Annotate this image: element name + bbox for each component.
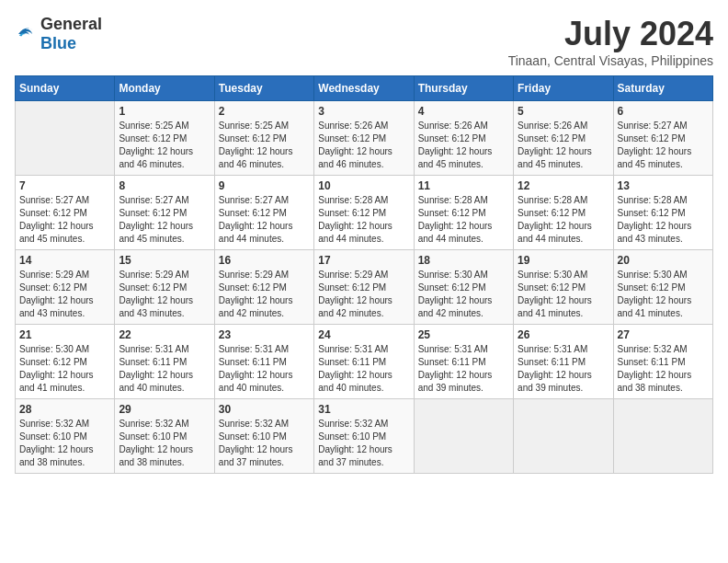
logo-icon [15,23,37,45]
day-info: Sunrise: 5:27 AMSunset: 6:12 PMDaylight:… [618,120,709,171]
day-info: Sunrise: 5:31 AMSunset: 6:11 PMDaylight:… [418,343,509,395]
day-info: Sunrise: 5:30 AMSunset: 6:12 PMDaylight:… [418,269,509,320]
header: General Blue July 2024 Tinaan, Central V… [15,15,713,68]
calendar-cell: 31Sunrise: 5:32 AMSunset: 6:10 PMDayligh… [314,399,414,474]
day-info: Sunrise: 5:25 AMSunset: 6:12 PMDaylight:… [119,120,210,171]
day-info: Sunrise: 5:31 AMSunset: 6:11 PMDaylight:… [518,343,609,395]
day-number: 6 [618,105,709,118]
calendar-cell: 14Sunrise: 5:29 AMSunset: 6:12 PMDayligh… [16,250,115,325]
calendar-cell: 29Sunrise: 5:32 AMSunset: 6:10 PMDayligh… [115,399,214,474]
day-number: 20 [618,254,709,267]
day-info: Sunrise: 5:29 AMSunset: 6:12 PMDaylight:… [219,269,310,320]
day-header-sunday: Sunday [16,76,115,101]
calendar-cell: 21Sunrise: 5:30 AMSunset: 6:12 PMDayligh… [16,325,115,399]
title-area: July 2024 Tinaan, Central Visayas, Phili… [508,15,713,68]
day-header-tuesday: Tuesday [214,76,313,101]
day-info: Sunrise: 5:28 AMSunset: 6:12 PMDaylight:… [418,194,509,246]
calendar-cell: 20Sunrise: 5:30 AMSunset: 6:12 PMDayligh… [613,250,712,325]
day-number: 1 [119,105,210,118]
calendar-cell: 28Sunrise: 5:32 AMSunset: 6:10 PMDayligh… [16,399,115,474]
day-info: Sunrise: 5:28 AMSunset: 6:12 PMDaylight:… [318,194,409,246]
day-number: 31 [318,403,409,416]
day-number: 23 [219,328,310,341]
day-number: 17 [318,254,409,267]
main-title: July 2024 [508,15,713,53]
calendar-cell: 9Sunrise: 5:27 AMSunset: 6:12 PMDaylight… [214,176,313,250]
day-number: 29 [119,403,210,416]
calendar-cell: 12Sunrise: 5:28 AMSunset: 6:12 PMDayligh… [514,176,613,250]
day-info: Sunrise: 5:31 AMSunset: 6:11 PMDaylight:… [119,343,210,395]
day-number: 9 [219,179,310,192]
calendar-cell: 5Sunrise: 5:26 AMSunset: 6:12 PMDaylight… [514,101,613,176]
day-info: Sunrise: 5:32 AMSunset: 6:10 PMDaylight:… [19,418,110,469]
day-number: 8 [119,179,210,192]
calendar-cell: 26Sunrise: 5:31 AMSunset: 6:11 PMDayligh… [514,325,613,399]
day-header-thursday: Thursday [414,76,513,101]
day-info: Sunrise: 5:28 AMSunset: 6:12 PMDaylight:… [618,194,709,246]
day-number: 27 [618,328,709,341]
calendar-cell: 3Sunrise: 5:26 AMSunset: 6:12 PMDaylight… [314,101,414,176]
calendar-cell: 19Sunrise: 5:30 AMSunset: 6:12 PMDayligh… [514,250,613,325]
day-info: Sunrise: 5:29 AMSunset: 6:12 PMDaylight:… [19,269,110,320]
day-number: 2 [219,105,310,118]
calendar-cell: 6Sunrise: 5:27 AMSunset: 6:12 PMDaylight… [613,101,712,176]
day-number: 18 [418,254,509,267]
day-info: Sunrise: 5:29 AMSunset: 6:12 PMDaylight:… [119,269,210,320]
day-number: 5 [518,105,609,118]
day-info: Sunrise: 5:27 AMSunset: 6:12 PMDaylight:… [19,194,110,246]
week-row-2: 7Sunrise: 5:27 AMSunset: 6:12 PMDaylight… [16,176,713,250]
calendar-cell [514,399,613,474]
day-number: 25 [418,328,509,341]
day-info: Sunrise: 5:32 AMSunset: 6:11 PMDaylight:… [618,343,709,395]
day-number: 26 [518,328,609,341]
subtitle: Tinaan, Central Visayas, Philippines [508,53,713,68]
day-info: Sunrise: 5:25 AMSunset: 6:12 PMDaylight:… [219,120,310,171]
day-info: Sunrise: 5:26 AMSunset: 6:12 PMDaylight:… [418,120,509,171]
day-info: Sunrise: 5:30 AMSunset: 6:12 PMDaylight:… [618,269,709,320]
day-number: 3 [318,105,409,118]
calendar-cell: 13Sunrise: 5:28 AMSunset: 6:12 PMDayligh… [613,176,712,250]
day-number: 7 [19,179,110,192]
day-info: Sunrise: 5:32 AMSunset: 6:10 PMDaylight:… [119,418,210,469]
day-number: 28 [19,403,110,416]
calendar-cell: 22Sunrise: 5:31 AMSunset: 6:11 PMDayligh… [115,325,214,399]
day-number: 14 [19,254,110,267]
day-number: 15 [119,254,210,267]
week-row-4: 21Sunrise: 5:30 AMSunset: 6:12 PMDayligh… [16,325,713,399]
day-info: Sunrise: 5:30 AMSunset: 6:12 PMDaylight:… [19,343,110,395]
day-number: 13 [618,179,709,192]
week-row-5: 28Sunrise: 5:32 AMSunset: 6:10 PMDayligh… [16,399,713,474]
day-number: 19 [518,254,609,267]
day-info: Sunrise: 5:31 AMSunset: 6:11 PMDaylight:… [219,343,310,395]
calendar-cell [613,399,712,474]
calendar-cell: 25Sunrise: 5:31 AMSunset: 6:11 PMDayligh… [414,325,513,399]
calendar-cell [16,101,115,176]
calendar-cell: 27Sunrise: 5:32 AMSunset: 6:11 PMDayligh… [613,325,712,399]
calendar-cell: 15Sunrise: 5:29 AMSunset: 6:12 PMDayligh… [115,250,214,325]
calendar-table: SundayMondayTuesdayWednesdayThursdayFrid… [15,75,713,474]
calendar-cell: 1Sunrise: 5:25 AMSunset: 6:12 PMDaylight… [115,101,214,176]
day-number: 24 [318,328,409,341]
calendar-cell: 7Sunrise: 5:27 AMSunset: 6:12 PMDaylight… [16,176,115,250]
day-header-monday: Monday [115,76,214,101]
calendar-cell: 30Sunrise: 5:32 AMSunset: 6:10 PMDayligh… [214,399,313,474]
calendar-cell: 10Sunrise: 5:28 AMSunset: 6:12 PMDayligh… [314,176,414,250]
header-row: SundayMondayTuesdayWednesdayThursdayFrid… [16,76,713,101]
day-info: Sunrise: 5:29 AMSunset: 6:12 PMDaylight:… [318,269,409,320]
day-info: Sunrise: 5:31 AMSunset: 6:11 PMDaylight:… [318,343,409,395]
day-info: Sunrise: 5:27 AMSunset: 6:12 PMDaylight:… [219,194,310,246]
day-number: 22 [119,328,210,341]
logo-text: General Blue [40,15,102,53]
day-info: Sunrise: 5:28 AMSunset: 6:12 PMDaylight:… [518,194,609,246]
day-info: Sunrise: 5:30 AMSunset: 6:12 PMDaylight:… [518,269,609,320]
day-number: 12 [518,179,609,192]
logo-general: General [40,15,102,33]
calendar-cell: 18Sunrise: 5:30 AMSunset: 6:12 PMDayligh… [414,250,513,325]
calendar-cell: 24Sunrise: 5:31 AMSunset: 6:11 PMDayligh… [314,325,414,399]
day-number: 11 [418,179,509,192]
week-row-1: 1Sunrise: 5:25 AMSunset: 6:12 PMDaylight… [16,101,713,176]
calendar-cell: 23Sunrise: 5:31 AMSunset: 6:11 PMDayligh… [214,325,313,399]
day-info: Sunrise: 5:26 AMSunset: 6:12 PMDaylight:… [318,120,409,171]
day-header-wednesday: Wednesday [314,76,414,101]
logo-blue: Blue [40,34,76,52]
